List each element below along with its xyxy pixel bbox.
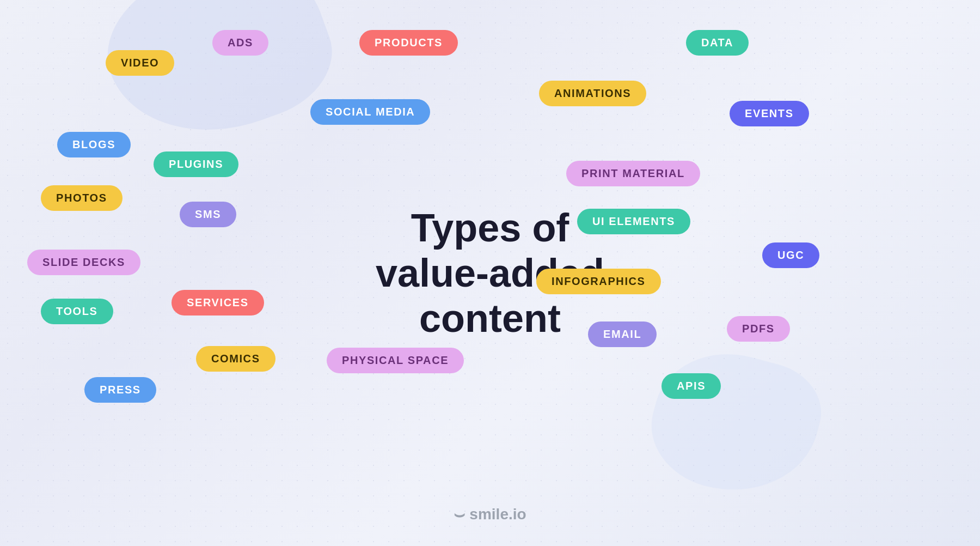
tag-comics[interactable]: COMICS xyxy=(196,346,275,372)
tag-pdfs[interactable]: PDFS xyxy=(727,316,790,342)
tag-infographics[interactable]: INFOGRAPHICS xyxy=(536,269,661,294)
tag-press[interactable]: PRESS xyxy=(84,377,156,403)
tag-ads[interactable]: ADS xyxy=(212,30,268,56)
logo-text: smile.io xyxy=(469,506,526,523)
tag-services[interactable]: SERVICES xyxy=(171,290,264,316)
tag-animations[interactable]: ANIMATIONS xyxy=(539,81,646,106)
tag-print-material[interactable]: PRINT MATERIAL xyxy=(566,161,700,186)
smile-logo: ⌣ smile.io xyxy=(454,504,526,524)
tag-social-media[interactable]: SOCIAL MEDIA xyxy=(310,99,430,125)
tag-data[interactable]: DATA xyxy=(686,30,749,56)
tag-photos[interactable]: PHOTOS xyxy=(41,185,122,211)
tag-blogs[interactable]: BLOGS xyxy=(57,132,131,157)
tag-tools[interactable]: TOOLS xyxy=(41,299,113,324)
tag-slide-decks[interactable]: SLIDE DECKS xyxy=(27,250,140,275)
tag-products[interactable]: PRODUCTS xyxy=(359,30,458,56)
tag-plugins[interactable]: PLUGINS xyxy=(154,151,238,177)
tag-sms[interactable]: SMS xyxy=(180,202,236,227)
smile-icon: ⌣ xyxy=(454,504,465,524)
tag-ugc[interactable]: UGC xyxy=(762,242,819,268)
tag-video[interactable]: VIDEO xyxy=(106,50,174,76)
tag-physical-space[interactable]: PHYSICAL SPACE xyxy=(327,348,464,373)
tag-events[interactable]: EVENTS xyxy=(730,101,809,126)
tag-email[interactable]: EMAIL xyxy=(588,321,657,347)
main-canvas: Types of value-added content ⌣ smile.io … xyxy=(0,0,980,546)
tag-apis[interactable]: APIS xyxy=(661,373,721,399)
tag-ui-elements[interactable]: UI ELEMENTS xyxy=(577,209,690,234)
